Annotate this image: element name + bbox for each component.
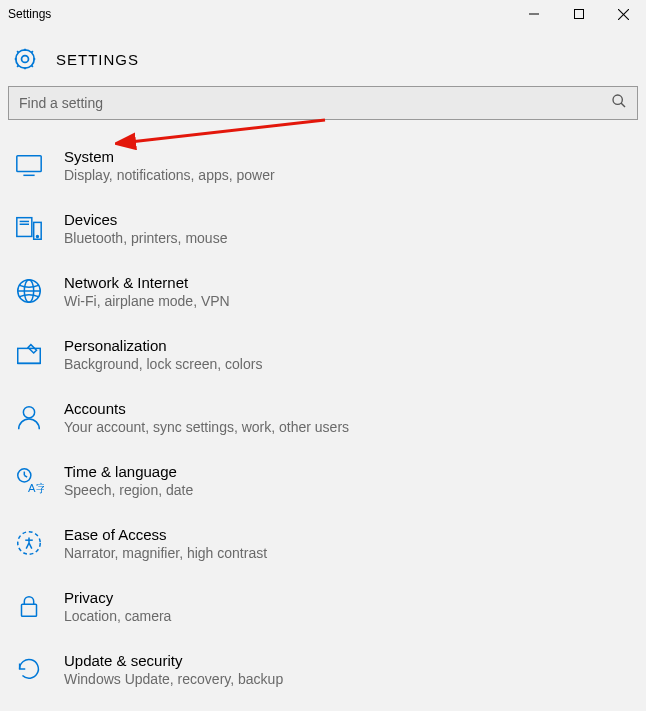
category-title: System [64, 148, 275, 165]
category-desc: Background, lock screen, colors [64, 356, 262, 372]
search-icon [611, 93, 627, 113]
svg-rect-27 [22, 604, 37, 616]
category-title: Ease of Access [64, 526, 267, 543]
minimize-button[interactable] [511, 0, 556, 28]
globe-icon [12, 274, 46, 308]
category-accounts[interactable]: Accounts Your account, sync settings, wo… [0, 386, 646, 449]
category-text: System Display, notifications, apps, pow… [64, 148, 275, 183]
window-controls [511, 0, 646, 28]
svg-point-5 [16, 50, 34, 68]
svg-line-23 [24, 475, 27, 477]
category-time[interactable]: A字 Time & language Speech, region, date [0, 449, 646, 512]
category-ease[interactable]: Ease of Access Narrator, magnifier, high… [0, 512, 646, 575]
category-title: Personalization [64, 337, 262, 354]
svg-point-20 [23, 407, 34, 418]
category-desc: Location, camera [64, 608, 171, 624]
ease-of-access-icon [12, 526, 46, 560]
category-text: Network & Internet Wi-Fi, airplane mode,… [64, 274, 230, 309]
display-icon [12, 148, 46, 182]
close-button[interactable] [601, 0, 646, 28]
search-box[interactable] [8, 86, 638, 120]
titlebar-text: Settings [8, 7, 51, 21]
category-text: Update & security Windows Update, recove… [64, 652, 283, 687]
category-network[interactable]: Network & Internet Wi-Fi, airplane mode,… [0, 260, 646, 323]
person-icon [12, 400, 46, 434]
category-personalization[interactable]: Personalization Background, lock screen,… [0, 323, 646, 386]
category-text: Accounts Your account, sync settings, wo… [64, 400, 349, 435]
paint-icon [12, 337, 46, 371]
page-title: SETTINGS [56, 51, 139, 68]
svg-rect-1 [574, 10, 583, 19]
category-title: Devices [64, 211, 227, 228]
categories-list: System Display, notifications, apps, pow… [0, 126, 646, 709]
titlebar: Settings [0, 0, 646, 28]
category-title: Network & Internet [64, 274, 230, 291]
svg-point-6 [613, 95, 622, 104]
category-title: Privacy [64, 589, 171, 606]
maximize-button[interactable] [556, 0, 601, 28]
category-text: Privacy Location, camera [64, 589, 171, 624]
category-desc: Bluetooth, printers, mouse [64, 230, 227, 246]
category-desc: Speech, region, date [64, 482, 193, 498]
category-text: Ease of Access Narrator, magnifier, high… [64, 526, 267, 561]
search-input[interactable] [19, 95, 611, 111]
svg-rect-8 [17, 156, 41, 172]
category-desc: Display, notifications, apps, power [64, 167, 275, 183]
category-update[interactable]: Update & security Windows Update, recove… [0, 638, 646, 701]
lock-icon [12, 589, 46, 623]
category-text: Devices Bluetooth, printers, mouse [64, 211, 227, 246]
category-desc: Windows Update, recovery, backup [64, 671, 283, 687]
time-language-icon: A字 [12, 463, 46, 497]
category-devices[interactable]: Devices Bluetooth, printers, mouse [0, 197, 646, 260]
category-desc: Wi-Fi, airplane mode, VPN [64, 293, 230, 309]
category-privacy[interactable]: Privacy Location, camera [0, 575, 646, 638]
category-desc: Narrator, magnifier, high contrast [64, 545, 267, 561]
svg-line-7 [621, 103, 625, 107]
category-text: Personalization Background, lock screen,… [64, 337, 262, 372]
header: SETTINGS [0, 28, 646, 86]
svg-point-4 [22, 56, 29, 63]
category-title: Time & language [64, 463, 193, 480]
category-title: Update & security [64, 652, 283, 669]
category-desc: Your account, sync settings, work, other… [64, 419, 349, 435]
gear-icon [8, 42, 42, 76]
svg-point-12 [37, 236, 39, 238]
devices-icon [12, 211, 46, 245]
svg-rect-10 [17, 218, 32, 237]
category-text: Time & language Speech, region, date [64, 463, 193, 498]
svg-text:A字: A字 [28, 482, 44, 494]
update-icon [12, 652, 46, 686]
category-title: Accounts [64, 400, 349, 417]
category-system[interactable]: System Display, notifications, apps, pow… [0, 134, 646, 197]
